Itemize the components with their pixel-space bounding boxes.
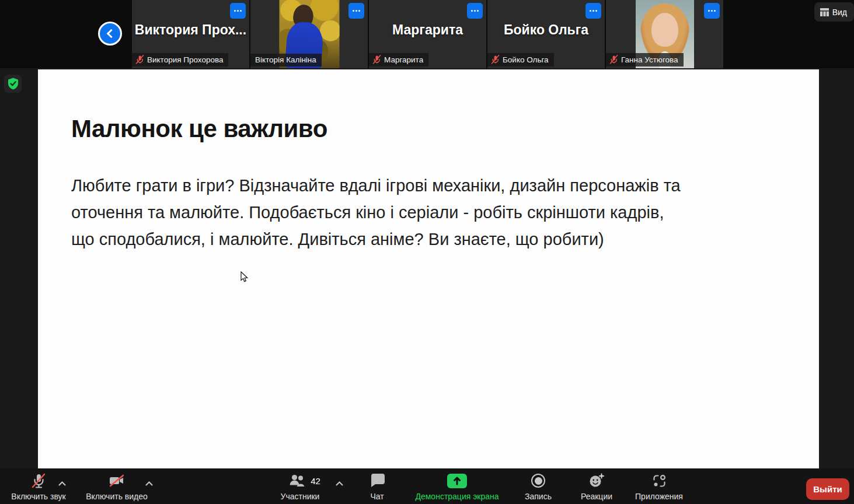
mic-muted-icon	[491, 55, 500, 64]
participants-count: 42	[311, 476, 320, 486]
unmute-audio-label: Включить звук	[11, 492, 65, 501]
participants-label: Участники	[281, 492, 320, 501]
participant-label-text: Ганна Устюгова	[621, 55, 678, 64]
chat-label: Чат	[370, 492, 384, 501]
slide-title: Малюнок це важливо	[71, 115, 327, 143]
participants-icon	[289, 474, 307, 488]
record-icon	[531, 473, 545, 489]
participant-label: Вікторія Калініна	[250, 54, 322, 66]
participant-label-text: Вікторія Калініна	[255, 55, 316, 64]
participant-tile[interactable]: Бойко Ольга Бойко Ольга	[487, 0, 605, 68]
mic-muted-icon	[135, 55, 144, 64]
shield-check-icon	[8, 78, 19, 90]
participant-tile[interactable]: Вікторія Калініна	[250, 0, 368, 68]
security-shield-badge[interactable]	[4, 75, 22, 93]
more-options-button[interactable]	[704, 3, 720, 19]
share-screen-label: Демонстрация экрана	[415, 492, 499, 501]
previous-participants-button[interactable]	[98, 22, 122, 46]
slide-body-line: що сподобалися, і малюйте. Дивіться анім…	[71, 226, 801, 253]
video-options-chevron[interactable]	[145, 479, 153, 488]
participant-tiles: Виктория Прох... Виктория Прохорова Вікт…	[132, 0, 723, 68]
reactions-label: Реакции	[581, 492, 612, 501]
reactions-button[interactable]: Реакции	[573, 473, 620, 501]
participant-label-text: Виктория Прохорова	[147, 55, 223, 64]
participant-label: Ганна Устюгова	[606, 53, 684, 66]
participant-tile[interactable]: Ганна Устюгова	[606, 0, 723, 68]
audio-options-chevron[interactable]	[58, 479, 66, 488]
participants-chevron[interactable]	[336, 479, 343, 488]
participant-tile[interactable]: Виктория Прох... Виктория Прохорова	[132, 0, 249, 68]
more-options-button[interactable]	[348, 3, 364, 19]
mic-muted-icon	[372, 55, 381, 64]
participants-button[interactable]: 42 Участники	[265, 473, 335, 501]
chevron-left-icon	[107, 29, 116, 38]
participant-label: Виктория Прохорова	[132, 53, 228, 66]
record-button[interactable]: Запись	[515, 473, 562, 501]
gallery-view-icon	[820, 8, 829, 16]
participant-label: Бойко Ольга	[487, 53, 554, 66]
reactions-icon	[589, 473, 604, 489]
apps-button[interactable]: Приложения	[630, 473, 688, 501]
view-button[interactable]: Вид	[814, 2, 854, 22]
apps-label: Приложения	[635, 492, 683, 501]
participant-label-text: Бойко Ольга	[503, 55, 549, 64]
start-video-button[interactable]: Включить видео	[78, 473, 155, 501]
participant-label-text: Маргарита	[384, 55, 423, 64]
participant-tile[interactable]: Маргарита Маргарита	[369, 0, 486, 68]
more-options-button[interactable]	[230, 3, 246, 19]
mouse-cursor	[240, 271, 249, 283]
share-screen-icon	[447, 474, 467, 488]
slide-body-line: Любите грати в ігри? Відзначайте вдалі і…	[71, 172, 801, 199]
slide-body-line: оточення та малюйте. Подобається кіно і …	[71, 199, 801, 226]
more-options-button[interactable]	[467, 3, 483, 19]
chat-icon	[370, 473, 385, 489]
view-button-label: Вид	[832, 8, 847, 17]
slide-body: Любите грати в ігри? Відзначайте вдалі і…	[71, 172, 801, 253]
chat-button[interactable]: Чат	[354, 473, 400, 501]
record-label: Запись	[525, 492, 552, 501]
leave-meeting-button[interactable]: Выйти	[806, 478, 849, 500]
share-screen-button[interactable]: Демонстрация экрана	[410, 473, 504, 501]
video-strip: Виктория Прох... Виктория Прохорова Вікт…	[0, 0, 854, 68]
microphone-muted-icon	[31, 473, 46, 489]
more-options-button[interactable]	[585, 3, 601, 19]
apps-icon	[652, 473, 667, 489]
shared-screen-slide: Малюнок це важливо Любите грати в ігри? …	[38, 69, 819, 468]
camera-off-icon	[108, 473, 126, 489]
start-video-label: Включить видео	[86, 492, 148, 501]
mic-muted-icon	[609, 55, 618, 64]
participant-label: Маргарита	[369, 53, 428, 66]
meeting-toolbar: Включить звук Включить видео	[0, 468, 854, 504]
